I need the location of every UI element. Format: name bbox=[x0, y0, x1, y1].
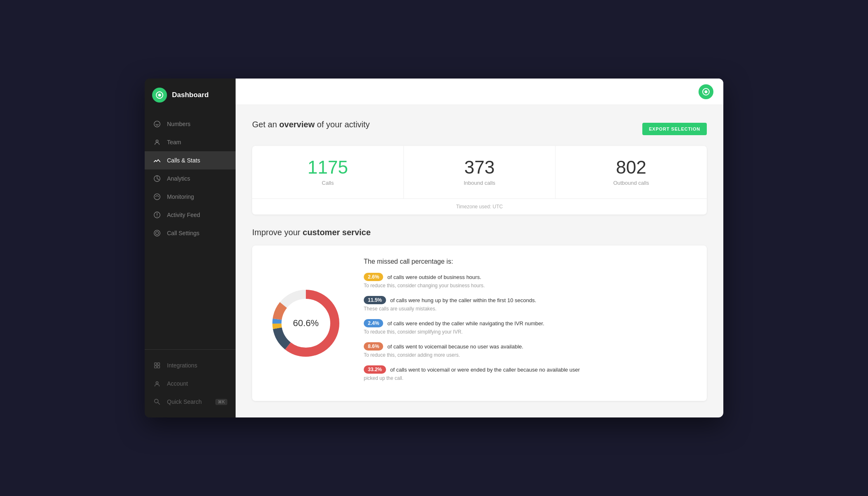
insight-5-badge-row: 33.2% of calls went to voicemail or were… bbox=[364, 365, 694, 374]
inbound-calls-number: 373 bbox=[414, 158, 545, 176]
insight-1-sub: To reduce this, consider changing your b… bbox=[364, 283, 694, 289]
insight-2-badge-row: 11.5% of calls were hung up by the calle… bbox=[364, 296, 694, 304]
overview-heading-prefix: Get an bbox=[252, 120, 279, 129]
sidebar-item-quick-search[interactable]: Quick Search ⌘K bbox=[145, 393, 236, 411]
svg-rect-12 bbox=[157, 366, 160, 368]
topbar bbox=[236, 79, 723, 105]
insight-item-5: 33.2% of calls went to voicemail or were… bbox=[364, 365, 694, 381]
quick-search-label: Quick Search bbox=[167, 398, 202, 405]
customer-heading-bold: customer service bbox=[303, 228, 371, 237]
svg-point-3 bbox=[154, 194, 160, 200]
team-label: Team bbox=[167, 139, 181, 145]
monitoring-label: Monitoring bbox=[167, 193, 194, 200]
donut-chart-container: 60.6% bbox=[265, 258, 347, 389]
insight-4-text: of calls went to voicemail because no us… bbox=[387, 343, 523, 350]
insight-5-badge: 33.2% bbox=[364, 365, 386, 374]
search-icon bbox=[153, 398, 161, 406]
account-icon bbox=[153, 379, 161, 388]
donut-info: The missed call percentage is: 2.6% of c… bbox=[364, 258, 694, 389]
overview-heading: Get an overview of your activity bbox=[252, 120, 370, 129]
main-content: Get an overview of your activity EXPORT … bbox=[236, 79, 723, 417]
timezone-info: Timezone used: UTC bbox=[252, 199, 707, 215]
insight-3-badge: 2.4% bbox=[364, 319, 383, 327]
sidebar-item-analytics[interactable]: Analytics bbox=[145, 169, 236, 188]
svg-point-8 bbox=[154, 230, 160, 236]
integrations-label: Integrations bbox=[167, 362, 197, 369]
insight-1-badge: 2.6% bbox=[364, 273, 383, 281]
sidebar-item-integrations[interactable]: Integrations bbox=[145, 356, 236, 374]
monitoring-icon bbox=[153, 193, 161, 201]
outbound-calls-number: 802 bbox=[565, 158, 697, 176]
activity-feed-icon bbox=[153, 211, 161, 219]
overview-header-row: Get an overview of your activity EXPORT … bbox=[252, 120, 707, 138]
sidebar-bottom: Integrations Account bbox=[145, 349, 236, 417]
insight-1-badge-row: 2.6% of calls were outside of business h… bbox=[364, 273, 694, 281]
insight-3-sub: To reduce this, consider simplifying you… bbox=[364, 329, 694, 335]
insight-4-badge: 8.6% bbox=[364, 342, 383, 351]
insight-item-4: 8.6% of calls went to voicemail because … bbox=[364, 342, 694, 358]
customer-heading-prefix: Improve your bbox=[252, 228, 303, 237]
insight-item-1: 2.6% of calls were outside of business h… bbox=[364, 273, 694, 289]
numbers-label: Numbers bbox=[167, 121, 191, 127]
svg-point-1 bbox=[156, 140, 158, 142]
sidebar-item-call-settings[interactable]: Call Settings bbox=[145, 224, 236, 242]
insight-2-badge: 11.5% bbox=[364, 296, 386, 304]
account-label: Account bbox=[167, 380, 188, 387]
sidebar-header: Dashboard bbox=[145, 79, 236, 112]
insight-item-2: 11.5% of calls were hung up by the calle… bbox=[364, 296, 694, 312]
sidebar-title: Dashboard bbox=[172, 91, 209, 99]
call-settings-icon bbox=[153, 229, 161, 237]
calls-stats-label: Calls & Stats bbox=[167, 157, 200, 164]
overview-section: Get an overview of your activity EXPORT … bbox=[252, 120, 707, 215]
total-calls-number: 1175 bbox=[262, 158, 393, 176]
quick-search-shortcut: ⌘K bbox=[215, 399, 227, 405]
activity-feed-label: Activity Feed bbox=[167, 212, 200, 218]
app-wrapper: Dashboard Numbers bbox=[145, 79, 723, 417]
stats-row: 1175 Calls 373 Inbound calls 802 Outboun… bbox=[252, 146, 707, 199]
sidebar-item-monitoring[interactable]: Monitoring bbox=[145, 188, 236, 206]
analytics-label: Analytics bbox=[167, 175, 190, 182]
stat-total-calls: 1175 Calls bbox=[252, 146, 404, 198]
call-settings-label: Call Settings bbox=[167, 230, 200, 236]
team-icon bbox=[153, 138, 161, 146]
svg-point-7 bbox=[155, 231, 158, 234]
numbers-icon bbox=[153, 120, 161, 128]
sidebar-item-activity-feed[interactable]: Activity Feed bbox=[145, 206, 236, 224]
insight-2-sub: These calls are usually mistakes. bbox=[364, 306, 694, 312]
svg-line-15 bbox=[158, 403, 160, 405]
donut-percentage-label: 60.6% bbox=[293, 318, 319, 329]
sidebar-item-numbers[interactable]: Numbers bbox=[145, 115, 236, 133]
customer-service-heading: Improve your customer service bbox=[252, 228, 707, 237]
app-logo bbox=[152, 88, 167, 103]
calls-stats-icon bbox=[153, 156, 161, 165]
analytics-icon bbox=[153, 174, 161, 183]
insight-2-text: of calls were hung up by the caller with… bbox=[390, 297, 536, 303]
outbound-calls-label: Outbound calls bbox=[565, 180, 697, 186]
total-calls-label: Calls bbox=[262, 180, 393, 186]
sidebar-navigation: Numbers Team Calls & St bbox=[145, 112, 236, 349]
svg-point-6 bbox=[157, 216, 157, 217]
svg-rect-11 bbox=[155, 366, 157, 368]
overview-heading-bold: overview bbox=[279, 120, 315, 129]
user-avatar[interactable] bbox=[699, 84, 713, 99]
svg-point-13 bbox=[156, 382, 158, 384]
inbound-calls-label: Inbound calls bbox=[414, 180, 545, 186]
insight-item-3: 2.4% of calls were ended by the caller w… bbox=[364, 319, 694, 335]
insight-3-text: of calls were ended by the caller while … bbox=[387, 320, 544, 327]
insight-1-text: of calls were outside of business hours. bbox=[387, 274, 481, 280]
insight-4-sub: To reduce this, consider adding more use… bbox=[364, 352, 694, 358]
insight-4-badge-row: 8.6% of calls went to voicemail because … bbox=[364, 342, 694, 351]
insight-5-text: of calls went to voicemail or were ended… bbox=[390, 367, 580, 373]
customer-service-section: Improve your customer service bbox=[252, 228, 707, 401]
integrations-icon bbox=[153, 361, 161, 370]
page-body: Get an overview of your activity EXPORT … bbox=[236, 105, 723, 417]
sidebar-item-account[interactable]: Account bbox=[145, 374, 236, 393]
customer-service-card: 60.6% The missed call percentage is: 2.6… bbox=[252, 246, 707, 401]
svg-rect-10 bbox=[157, 363, 160, 365]
export-selection-button[interactable]: EXPORT SELECTION bbox=[642, 123, 707, 135]
svg-point-0 bbox=[154, 121, 160, 127]
overview-heading-suffix: of your activity bbox=[315, 120, 370, 129]
svg-rect-9 bbox=[155, 363, 157, 365]
sidebar-item-calls-stats[interactable]: Calls & Stats bbox=[145, 151, 236, 169]
sidebar-item-team[interactable]: Team bbox=[145, 133, 236, 151]
